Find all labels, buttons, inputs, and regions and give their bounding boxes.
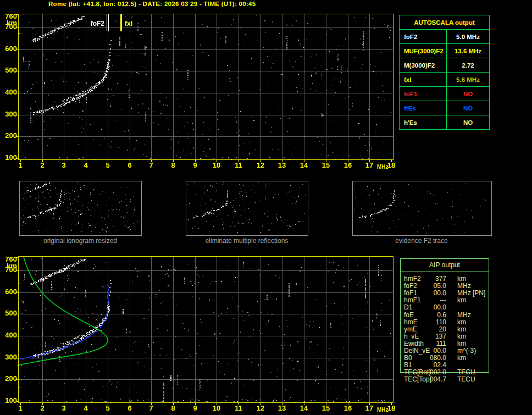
autoscala-row-value: NO	[447, 101, 489, 115]
y-axis-label: 400	[0, 89, 17, 96]
x-axis-label: 5	[101, 405, 115, 412]
x-axis-label: 14	[297, 405, 311, 412]
autoscala-row: MUF(3000)F213.6 MHz	[400, 44, 489, 58]
panel-caption-original: original ionogram resized	[3, 237, 157, 245]
x-axis-label: 6	[123, 162, 137, 169]
aip-row: foF100.0MHz[PN]	[400, 290, 495, 297]
x-axis-label: 13	[275, 405, 289, 412]
aip-row-value: 002.0	[414, 369, 446, 376]
x-axis-label: 12	[253, 162, 268, 169]
aip-row-value: 00.0	[414, 304, 446, 311]
autoscala-row-value: NO	[447, 115, 489, 129]
aip-row-label: foE	[404, 312, 414, 319]
aip-row: hmF2377km	[400, 275, 495, 283]
aip-row-value: 377	[414, 275, 446, 283]
aip-row-unit: km	[457, 297, 466, 304]
panel-eliminate-reflections	[186, 181, 308, 236]
x-axis-label: 4	[79, 405, 93, 412]
autoscala-window: Rome (lat: +41.8, lon: 012.5) - DATE: 20…	[0, 0, 532, 415]
panel-evidence-f2	[352, 181, 492, 236]
autoscala-row-value: 2.72	[447, 58, 489, 72]
autoscala-row-label: foF1	[400, 87, 447, 101]
aip-row: foF205.0MHz	[400, 283, 495, 290]
aip-row: B0080.0km	[400, 355, 495, 362]
top-ionogram-plot	[15, 13, 395, 164]
y-axis-unit-label: km	[0, 20, 17, 26]
aip-row-value: 02.4	[414, 362, 446, 369]
x-axis-label: 15	[319, 405, 333, 412]
x-axis-label: 1	[13, 405, 27, 412]
panel-evidence-f2-canvas	[353, 181, 490, 234]
autoscala-row-label: h'Es	[400, 115, 447, 129]
aip-row-value: 137	[414, 333, 446, 340]
aip-row: hmF1---km	[400, 297, 495, 304]
y-axis-label: 300	[0, 354, 17, 361]
station-date-title: Rome (lat: +41.8, lon: 012.5) - DATE: 20…	[48, 1, 256, 7]
panel-caption-eliminate: eliminate multiple reflections	[170, 237, 324, 245]
aip-row-unit: km	[457, 275, 466, 283]
x-axis-unit-label: MHz	[377, 407, 389, 413]
x-axis-label: 11	[231, 405, 246, 412]
x-axis-label: 1	[13, 162, 27, 169]
panel-original-ionogram-canvas	[20, 181, 140, 234]
aip-row-unit: MHz	[457, 283, 471, 290]
y-axis-label: 600	[0, 289, 17, 295]
aip-row-value: 20	[414, 326, 446, 333]
y-axis-label: 400	[0, 332, 17, 339]
autoscala-row-value: 13.6 MHz	[447, 44, 489, 58]
y-axis-label: 500	[0, 310, 17, 317]
aip-row: TEC[Bot]002.0TECU	[400, 369, 495, 376]
autoscala-row: ftEsNO	[400, 101, 489, 115]
x-axis-label: 11	[231, 162, 246, 169]
aip-row-value: 0.6	[414, 312, 446, 319]
x-axis-label: 10	[209, 162, 224, 169]
autoscala-row-value: 5.0 MHz	[447, 30, 489, 43]
autoscala-row-label: fxI	[400, 73, 447, 86]
aip-row-value: 111	[414, 340, 446, 347]
aip-row-unit: MHz	[457, 290, 471, 297]
panel-caption-evidence: evidence F2 trace	[345, 237, 498, 245]
aip-row-value: 00.0	[414, 290, 446, 297]
x-axis-label: 2	[35, 405, 49, 412]
x-axis-label: 3	[57, 162, 71, 169]
y-axis-label: 300	[0, 111, 17, 118]
aip-row-unit: TECU	[457, 369, 475, 376]
autoscala-table-header: AUTOSCALA output	[400, 15, 489, 30]
y-axis-label: 500	[0, 67, 17, 74]
x-axis-label: 8	[166, 405, 180, 412]
aip-row-unit: km	[457, 319, 466, 326]
aip-row: hmE110km	[400, 319, 495, 326]
aip-row: ymE20km	[400, 326, 495, 333]
autoscala-row-value: NO	[447, 87, 489, 101]
autoscala-row: M(3000)F22.72	[400, 58, 489, 73]
aip-row-unit: m^(-3)	[457, 347, 476, 355]
aip-row: TEC[Top]004.7TECU	[400, 376, 495, 383]
x-axis-label: 17	[362, 405, 376, 412]
x-axis-label: 15	[319, 162, 333, 169]
aip-row-label: D1	[404, 304, 412, 311]
x-axis-label: 7	[144, 162, 158, 169]
y-axis-label: 100	[0, 397, 17, 404]
x-axis-unit-label: MHz	[377, 164, 389, 170]
y-axis-label: 100	[0, 154, 17, 161]
x-axis-label: 7	[144, 405, 158, 412]
y-axis-label: 600	[0, 46, 17, 52]
autoscala-row-value: 5.6 MHz	[447, 73, 489, 86]
aip-row-value: 05.0	[414, 283, 446, 290]
x-axis-label: 10	[209, 405, 224, 412]
aip-row-unit: MHz	[457, 312, 471, 319]
autoscala-row-label: M(3000)F2	[400, 58, 447, 72]
aip-row: D100.0	[400, 304, 495, 311]
aip-table-header: AIP output	[400, 258, 489, 272]
aip-row-unit: km	[457, 340, 466, 347]
x-axis-label: 8	[166, 162, 180, 169]
autoscala-row-label: MUF(3000)F2	[400, 44, 447, 58]
x-axis-label: 16	[341, 162, 355, 169]
y-axis-label: 200	[0, 132, 17, 139]
autoscala-row: foF1NO	[400, 87, 489, 101]
x-axis-label: 9	[188, 405, 202, 412]
y-axis-unit-label: km	[0, 263, 17, 269]
aip-row-unit: km	[457, 355, 466, 362]
x-axis-label: 3	[57, 405, 71, 412]
autoscala-row: foF25.0 MHz	[400, 30, 489, 44]
